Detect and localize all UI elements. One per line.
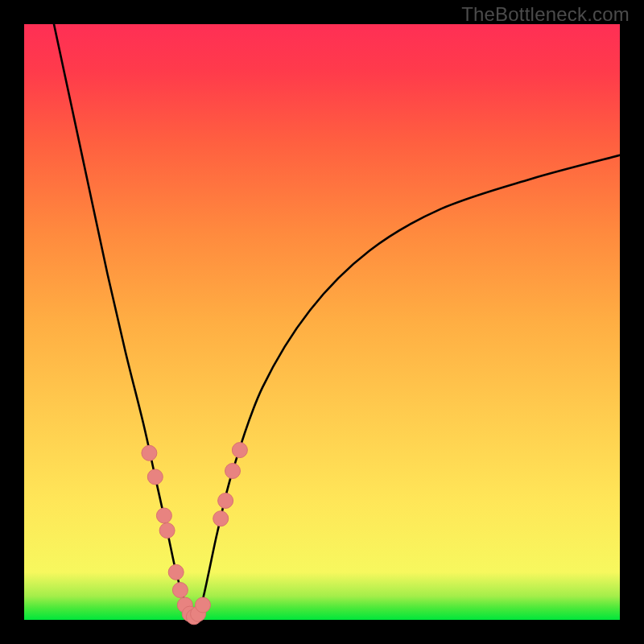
data-marker <box>196 597 211 613</box>
data-marker <box>213 511 229 526</box>
plot-area <box>24 24 620 620</box>
bottleneck-curve <box>54 24 620 617</box>
chart-frame: TheBottleneck.com <box>0 0 644 644</box>
data-marker <box>142 445 157 460</box>
data-marker <box>232 443 247 458</box>
data-marker <box>172 583 188 598</box>
marker-layer <box>142 443 247 625</box>
data-marker <box>159 523 175 539</box>
data-marker <box>218 493 233 509</box>
data-marker <box>225 464 241 479</box>
watermark-label: TheBottleneck.com <box>461 3 630 26</box>
data-marker <box>147 469 163 485</box>
data-marker <box>156 508 171 523</box>
curve-layer <box>24 24 620 620</box>
data-marker <box>168 564 184 580</box>
